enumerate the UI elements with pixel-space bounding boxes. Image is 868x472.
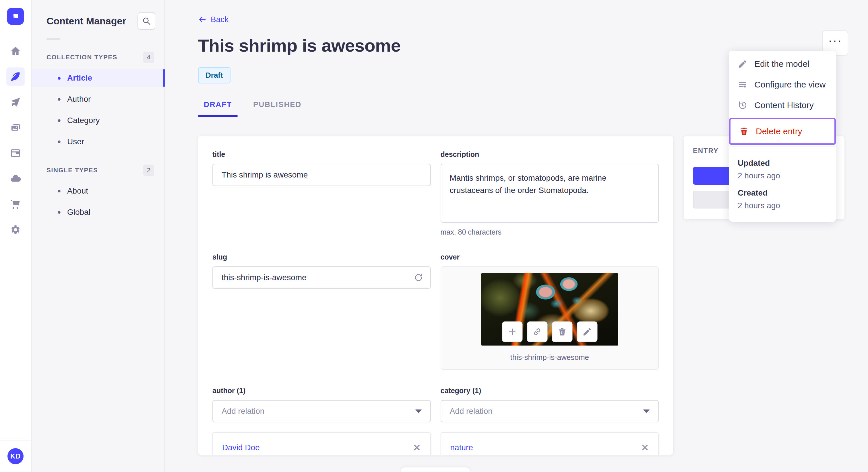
send-plane-icon[interactable] bbox=[6, 93, 25, 111]
refresh-icon bbox=[414, 273, 423, 282]
author-relation-select[interactable]: Add relation bbox=[212, 400, 431, 423]
chevron-down-icon bbox=[415, 409, 422, 413]
sidebar-item-user[interactable]: • User bbox=[32, 133, 164, 150]
subnav-divider bbox=[46, 38, 60, 40]
author-placeholder: Add relation bbox=[222, 407, 265, 416]
chevron-down-icon bbox=[643, 409, 650, 413]
content-feather-icon[interactable] bbox=[6, 67, 25, 86]
field-slug: slug bbox=[212, 253, 431, 370]
field-title: title bbox=[212, 150, 431, 236]
trash-icon bbox=[557, 327, 567, 337]
plus-icon bbox=[507, 327, 517, 337]
slug-input[interactable] bbox=[212, 266, 431, 289]
tab-draft[interactable]: DRAFT bbox=[198, 100, 238, 117]
slug-label: slug bbox=[212, 253, 431, 261]
nav-item-label: User bbox=[67, 137, 84, 146]
author-relation-link[interactable]: David Doe bbox=[222, 443, 260, 452]
arrow-left-icon bbox=[198, 15, 207, 24]
marketplace-cart-icon[interactable] bbox=[6, 195, 25, 213]
description-hint: max. 80 characters bbox=[441, 228, 659, 236]
pencil-icon bbox=[738, 59, 747, 69]
sidebar-item-global[interactable]: • Global bbox=[32, 204, 164, 221]
cover-actions bbox=[502, 322, 597, 342]
home-icon[interactable] bbox=[6, 42, 25, 60]
single-types-list: • About • Global bbox=[32, 182, 164, 221]
add-asset-button[interactable] bbox=[502, 322, 522, 342]
sidebar-item-author[interactable]: • Author bbox=[32, 91, 164, 108]
category-label: category (1) bbox=[441, 386, 659, 395]
updated-value: 2 hours ago bbox=[738, 171, 827, 180]
rail-footer: KD bbox=[0, 440, 31, 472]
trash-icon bbox=[739, 127, 749, 136]
edit-asset-button[interactable] bbox=[577, 322, 597, 342]
field-author: author (1) Add relation David Doe ✕ bbox=[212, 386, 431, 455]
cover-image bbox=[481, 273, 618, 345]
updated-label: Updated bbox=[738, 159, 827, 168]
category-relation-select[interactable]: Add relation bbox=[441, 400, 659, 423]
field-category: category (1) Add relation nature ✕ bbox=[441, 386, 659, 455]
delete-asset-button[interactable] bbox=[552, 322, 572, 342]
nav-item-label: Article bbox=[67, 73, 92, 82]
main-area: Back This shrimp is awesome Draft DRAFT … bbox=[165, 0, 868, 472]
description-textarea[interactable]: Mantis shrimps, or stomatopods, are mari… bbox=[441, 164, 659, 223]
title-label: title bbox=[212, 150, 431, 159]
author-relation-item: David Doe ✕ bbox=[212, 432, 431, 455]
section-label-single-types: SINGLE TYPES bbox=[46, 167, 98, 174]
app: KD Content Manager COLLECTION TYPES 4 • … bbox=[0, 0, 868, 472]
settings-gear-icon[interactable] bbox=[6, 221, 25, 239]
avatar[interactable]: KD bbox=[7, 448, 24, 464]
layout-icon[interactable] bbox=[6, 144, 25, 162]
sidebar-item-category[interactable]: • Category bbox=[32, 112, 164, 129]
subnav-title: Content Manager bbox=[46, 15, 126, 27]
remove-category-button[interactable]: ✕ bbox=[641, 443, 649, 452]
created-value: 2 hours ago bbox=[738, 201, 827, 210]
menu-item-content-history[interactable]: Content History bbox=[729, 95, 836, 115]
close-icon: ✕ bbox=[413, 442, 421, 453]
cover-label: cover bbox=[441, 253, 659, 261]
nav-item-label: Author bbox=[67, 95, 91, 104]
nav-item-label: About bbox=[67, 187, 88, 196]
status-badge: Draft bbox=[198, 67, 230, 83]
rail-nav bbox=[6, 42, 25, 239]
cover-box: this-shrimp-is-awesome bbox=[441, 266, 659, 370]
media-library-icon[interactable] bbox=[6, 119, 25, 137]
title-input[interactable] bbox=[212, 164, 431, 186]
menu-item-configure-the-view[interactable]: Configure the view bbox=[729, 74, 836, 95]
menu-item-edit-the-model[interactable]: Edit the model bbox=[729, 54, 836, 74]
menu-meta: Updated 2 hours ago Created 2 hours ago bbox=[729, 147, 836, 222]
sidebar-item-about[interactable]: • About bbox=[32, 182, 164, 200]
created-label: Created bbox=[738, 189, 827, 198]
history-clock-icon bbox=[738, 100, 747, 110]
icon-rail: KD bbox=[0, 0, 32, 472]
sidebar-item-article[interactable]: • Article bbox=[32, 69, 164, 87]
search-button[interactable] bbox=[137, 12, 155, 30]
bottom-peek-element[interactable] bbox=[401, 467, 470, 472]
field-cover: cover bbox=[441, 253, 659, 370]
entry-form-card: title description Mantis shrimps, or sto… bbox=[198, 136, 673, 455]
pencil-icon bbox=[582, 327, 592, 337]
cloud-icon[interactable] bbox=[6, 169, 25, 188]
single-types-count-badge: 2 bbox=[143, 165, 154, 176]
back-link[interactable]: Back bbox=[198, 15, 228, 24]
category-relation-link[interactable]: nature bbox=[451, 443, 473, 452]
collection-types-count-badge: 4 bbox=[143, 52, 154, 63]
category-placeholder: Add relation bbox=[450, 407, 493, 416]
author-label: author (1) bbox=[212, 386, 431, 395]
remove-author-button[interactable]: ✕ bbox=[413, 443, 421, 452]
field-description: description Mantis shrimps, or stomatopo… bbox=[441, 150, 659, 236]
list-plus-icon bbox=[738, 80, 747, 90]
tab-published[interactable]: PUBLISHED bbox=[247, 100, 307, 117]
nav-item-label: Category bbox=[67, 116, 100, 125]
collection-types-list: • Article • Author • Category • User bbox=[32, 69, 164, 150]
strapi-logo-icon[interactable] bbox=[7, 8, 24, 25]
cover-caption: this-shrimp-is-awesome bbox=[510, 353, 589, 362]
search-icon bbox=[142, 16, 151, 26]
link-icon bbox=[532, 327, 542, 337]
menu-item-delete-entry[interactable]: Delete entry bbox=[731, 119, 834, 143]
copy-link-button[interactable] bbox=[527, 322, 547, 342]
nav-item-label: Global bbox=[67, 208, 90, 217]
delete-entry-highlight: Delete entry bbox=[729, 118, 836, 145]
content-manager-subnav: Content Manager COLLECTION TYPES 4 • Art… bbox=[32, 0, 165, 472]
regenerate-slug-button[interactable] bbox=[414, 273, 423, 282]
section-label-collection-types: COLLECTION TYPES bbox=[46, 54, 117, 61]
